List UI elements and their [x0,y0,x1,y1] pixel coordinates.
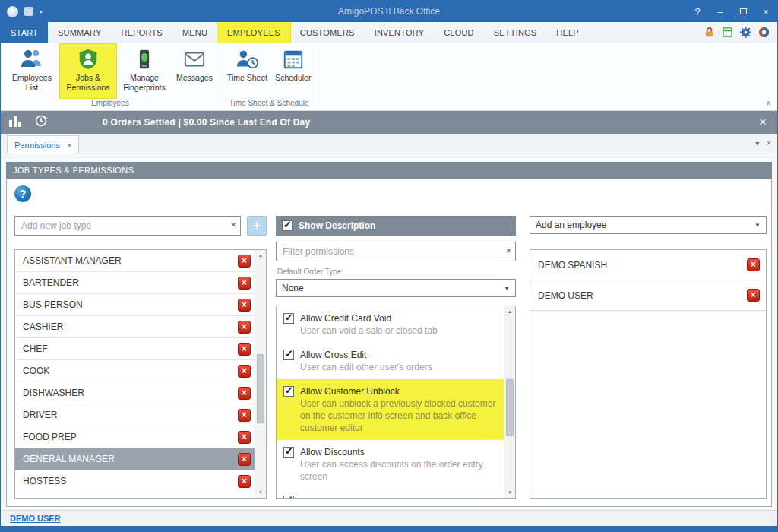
tab-reports[interactable]: REPORTS [111,22,172,43]
lifesaver-icon[interactable] [758,27,770,38]
tab-menu[interactable]: MENU [172,22,217,43]
filter-permissions-inputbox: × [276,242,516,261]
permission-description: User can access discounts on the order e… [300,458,499,483]
end-of-day-clock-icon[interactable] [34,114,48,131]
ribbon-button-label: Employees List [8,73,56,92]
help-button[interactable]: ? [686,1,709,22]
quick-access-chevron-icon[interactable]: ▾ [40,9,43,14]
permission-checkbox[interactable] [283,386,294,397]
delete-job-type-button[interactable] [238,321,251,334]
scrollbar-thumb[interactable] [257,354,264,423]
ribbon-button-jobs-permissions[interactable]: Jobs & Permissions [60,44,116,98]
job-type-row[interactable]: BARTENDER [15,272,255,294]
job-type-row[interactable]: BUS PERSON [15,294,255,316]
permissions-scrollbar[interactable]: ▲ ▼ [504,306,515,498]
tab-permissions-document[interactable]: Permissions × [7,135,79,154]
permission-checkbox[interactable] [283,350,294,360]
ribbon-button-employees-list[interactable]: Employees List [4,44,60,98]
permission-checkbox[interactable] [283,313,294,324]
scroll-down-icon[interactable]: ▼ [255,487,266,498]
tab-settings[interactable]: SETTINGS [484,22,547,43]
job-type-name: CHEF [23,344,48,354]
delete-job-type-button[interactable] [238,409,251,422]
delete-job-type-button[interactable] [238,365,251,378]
clear-input-icon[interactable]: × [230,220,236,230]
close-button[interactable]: × [754,1,777,22]
ribbon-button-time-sheet[interactable]: Time Sheet [223,44,271,98]
ribbon-button-label: Manage Fingerprints [120,73,169,92]
job-type-row[interactable]: CASHIER [15,316,255,338]
delete-job-type-button[interactable] [238,453,251,466]
permission-checkbox[interactable] [283,496,294,498]
add-job-type-input[interactable] [15,217,240,235]
tab-inventory[interactable]: INVENTORY [365,22,435,43]
scroll-down-icon[interactable]: ▼ [504,487,515,498]
filter-permissions-input[interactable] [277,242,515,261]
bar-chart-icon[interactable] [8,115,24,131]
help-icon[interactable]: ? [14,185,31,202]
job-type-row[interactable]: DRIVER [15,404,255,426]
lock-icon[interactable] [704,27,715,38]
settings-gear-icon[interactable] [740,27,751,38]
collapse-ribbon-icon[interactable]: ∧ [766,99,771,107]
document-tab-strip: Permissions × ▾ × [1,134,777,154]
tab-customers[interactable]: CUSTOMERS [290,22,365,43]
job-type-row[interactable]: FOOD PREP [15,426,255,448]
permission-checkbox[interactable] [283,447,294,458]
permission-title: Allow Cross Edit [300,349,432,361]
delete-job-type-button[interactable] [238,475,251,488]
permission-item[interactable]: Allow Credit Card Void User can void a s… [277,306,504,343]
tab-strip-close-icon[interactable]: × [767,139,771,147]
permission-item-partial[interactable] [277,489,504,498]
add-job-type-button[interactable]: + [247,216,267,236]
tab-employees[interactable]: EMPLOYEES [217,22,290,43]
scroll-up-icon[interactable]: ▲ [504,306,515,317]
add-employee-dropdown[interactable]: Add an employee ▼ [530,216,767,234]
ribbon-button-messages[interactable]: Messages [172,44,217,98]
job-type-name: DRIVER [23,410,57,420]
job-type-row[interactable]: ASSISTANT MANAGER [15,250,255,272]
delete-job-type-button[interactable] [238,343,251,356]
tab-summary[interactable]: SUMMARY [48,22,111,43]
ribbon-button-label: Scheduler [275,73,311,83]
minimize-button[interactable]: – [709,1,732,22]
remove-employee-button[interactable] [747,289,760,302]
permission-item[interactable]: Allow Discounts User can access discount… [277,440,504,489]
tab-start[interactable]: START [1,22,48,43]
employee-row[interactable]: DEMO USER [530,280,766,311]
delete-job-type-button[interactable] [238,277,251,290]
scrollbar-thumb[interactable] [506,379,514,437]
job-list-scrollbar[interactable]: ▲ ▼ [255,250,266,498]
tab-cloud[interactable]: CLOUD [434,22,484,43]
quick-access-icon[interactable] [24,7,33,16]
delete-job-type-button[interactable] [238,431,251,444]
employee-row[interactable]: DEMO SPANISH [530,250,766,280]
ribbon-button-scheduler[interactable]: Scheduler [271,44,315,98]
delete-job-type-button[interactable] [238,387,251,400]
current-user-link[interactable]: DEMO USER [10,514,61,523]
delete-job-type-button[interactable] [238,255,251,268]
status-bar: DEMO USER [1,510,777,526]
remove-employee-button[interactable] [747,258,760,271]
chevron-down-icon: ▼ [504,285,510,292]
maximize-button[interactable] [732,1,754,22]
document-tab-close-icon[interactable]: × [67,141,71,150]
job-type-row[interactable]: DISHWASHER [15,382,255,404]
show-description-checkbox[interactable] [282,220,293,231]
permission-item-highlighted[interactable]: Allow Customer Unblock User can unblock … [277,379,504,440]
delete-job-type-button[interactable] [238,299,251,312]
clear-filter-icon[interactable]: × [505,245,511,255]
job-type-row-selected[interactable]: GENERAL MANAGER [15,448,255,470]
tab-list-dropdown-icon[interactable]: ▾ [755,139,759,147]
tab-help[interactable]: HELP [546,22,589,43]
export-table-icon[interactable] [722,27,733,38]
ribbon-button-manage-fingerprints[interactable]: Manage Fingerprints [116,44,172,98]
scroll-up-icon[interactable]: ▲ [255,250,266,261]
orders-bar-close-icon[interactable]: × [756,115,770,130]
default-order-type-dropdown[interactable]: None ▼ [276,279,516,297]
permission-item[interactable]: Allow Cross Edit User can edit other use… [277,343,504,379]
job-type-row[interactable]: CHEF [15,338,255,360]
job-type-row[interactable]: HOSTESS [15,470,255,492]
ribbon-group-timesheet: Time Sheet Scheduler Time Sheet & Schedu… [220,43,319,110]
job-type-row[interactable]: COOK [15,360,255,382]
